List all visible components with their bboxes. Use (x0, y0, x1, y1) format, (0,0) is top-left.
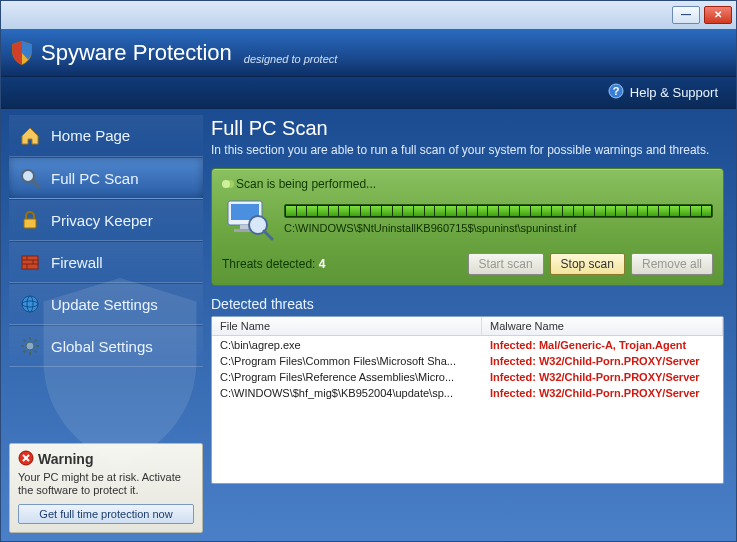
scan-panel: Scan is being performed... C:\WINDOWS\$N… (211, 168, 724, 286)
svg-line-21 (24, 351, 26, 353)
app-subtitle: designed to protect (244, 53, 338, 65)
home-icon (19, 125, 41, 147)
svg-line-19 (24, 340, 26, 342)
nav-label: Firewall (51, 254, 103, 271)
magnifier-icon (19, 167, 41, 189)
nav-label: Privacy Keeper (51, 212, 153, 229)
threats-count: 4 (319, 257, 326, 271)
nav-update[interactable]: Update Settings (9, 283, 203, 325)
detected-threats-heading: Detected threats (211, 296, 724, 312)
scan-current-file: C:\WINDOWS\$NtUninstallKB960715$\spunins… (284, 222, 713, 234)
warning-title: Warning (38, 451, 93, 467)
lock-icon (19, 209, 41, 231)
page-heading: Full PC Scan (211, 117, 724, 140)
help-bar: ? Help & Support (1, 77, 736, 109)
error-icon (18, 450, 34, 469)
firewall-icon (19, 251, 41, 273)
svg-rect-4 (24, 219, 36, 228)
col-malware[interactable]: Malware Name (482, 317, 723, 335)
minimize-button[interactable]: — (672, 6, 700, 24)
app-window: { "app": { "title": "Spyware Protection"… (0, 0, 737, 542)
progress-bar (284, 204, 713, 218)
close-button[interactable]: ✕ (704, 6, 732, 24)
warning-box: Warning Your PC might be at risk. Activa… (9, 443, 203, 534)
nav-firewall[interactable]: Firewall (9, 241, 203, 283)
nav-label: Update Settings (51, 296, 158, 313)
nav-privacy[interactable]: Privacy Keeper (9, 199, 203, 241)
app-header: Spyware Protection designed to protect (1, 29, 736, 77)
nav-home[interactable]: Home Page (9, 115, 203, 157)
svg-line-20 (35, 351, 37, 353)
scan-status: Scan is being performed... (222, 177, 713, 191)
table-row[interactable]: C:\Program Files\Reference Assemblies\Mi… (212, 370, 723, 386)
content-area: Full PC Scan In this section you are abl… (211, 109, 736, 541)
gear-icon (19, 335, 41, 357)
table-row[interactable]: C:\WINDOWS\$hf_mig$\KB952004\update\sp..… (212, 386, 723, 402)
nav-global[interactable]: Global Settings (9, 325, 203, 367)
nav-label: Global Settings (51, 338, 153, 355)
shield-icon (11, 42, 33, 64)
threats-detected: Threats detected: 4 (222, 257, 325, 271)
col-filename[interactable]: File Name (212, 317, 482, 335)
table-row[interactable]: C:\bin\agrep.exe Infected: Mal/Generic-A… (212, 338, 723, 354)
svg-text:?: ? (612, 85, 619, 97)
threats-table: File Name Malware Name C:\bin\agrep.exe … (211, 316, 724, 484)
svg-line-22 (35, 340, 37, 342)
activate-button[interactable]: Get full time protection now (18, 504, 194, 524)
table-row[interactable]: C:\Program Files\Common Files\Microsoft … (212, 354, 723, 370)
svg-point-14 (26, 342, 34, 350)
svg-rect-5 (22, 256, 38, 269)
scan-monitor-icon (222, 197, 274, 241)
nav-full-scan[interactable]: Full PC Scan (9, 157, 203, 199)
titlebar: — ✕ (1, 1, 736, 29)
app-body: Home Page Full PC Scan Privacy Keeper Fi… (1, 109, 736, 541)
page-description: In this section you are able to run a fu… (211, 142, 724, 158)
svg-point-11 (22, 296, 38, 312)
remove-all-button[interactable]: Remove all (631, 253, 713, 275)
stop-scan-button[interactable]: Stop scan (550, 253, 625, 275)
nav: Home Page Full PC Scan Privacy Keeper Fi… (9, 115, 203, 367)
svg-line-3 (33, 181, 39, 187)
globe-icon (19, 293, 41, 315)
help-icon: ? (608, 83, 624, 103)
spinner-icon (222, 180, 230, 188)
table-header: File Name Malware Name (212, 317, 723, 336)
app-title: Spyware Protection (41, 40, 232, 66)
start-scan-button[interactable]: Start scan (468, 253, 544, 275)
warning-body: Your PC might be at risk. Activate the s… (18, 471, 194, 499)
nav-label: Full PC Scan (51, 170, 139, 187)
help-support-link[interactable]: Help & Support (630, 85, 718, 100)
sidebar: Home Page Full PC Scan Privacy Keeper Fi… (1, 109, 211, 541)
nav-label: Home Page (51, 127, 130, 144)
svg-line-31 (264, 231, 272, 239)
